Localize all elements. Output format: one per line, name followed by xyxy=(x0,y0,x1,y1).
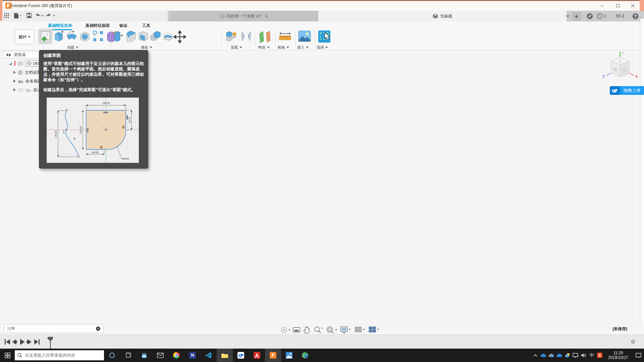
onedrive-cloud-icon[interactable] xyxy=(539,349,547,362)
browser-root-row[interactable]: (未保存) xyxy=(9,60,40,67)
comment-input[interactable]: 注释 + xyxy=(4,324,103,333)
redo-icon[interactable] xyxy=(46,13,55,18)
search-input[interactable] xyxy=(24,353,96,358)
extrude-button[interactable] xyxy=(54,30,64,44)
timeline-settings-gear-icon[interactable]: ⚙ xyxy=(631,339,635,345)
help-icon[interactable]: ? xyxy=(632,13,639,19)
app-vscode-icon[interactable] xyxy=(201,349,217,362)
display-settings-tool[interactable] xyxy=(340,326,352,334)
app-file-explorer-icon[interactable] xyxy=(217,349,233,362)
app-chrome-icon[interactable] xyxy=(168,349,184,362)
rectangular-pattern-button[interactable] xyxy=(93,30,104,43)
add-comment-icon[interactable]: + xyxy=(96,326,100,331)
group-insert[interactable]: 插入 xyxy=(297,45,309,50)
tab-my-first-assembly[interactable]: 我的第一个装配 v1* xyxy=(170,11,318,21)
start-button[interactable] xyxy=(0,349,15,362)
zoom-tool[interactable]: ± xyxy=(314,326,323,334)
browser-item-named-views[interactable]: 命名视图 xyxy=(13,77,42,85)
group-assemble[interactable]: 装配 xyxy=(231,45,242,50)
app-grid-icon[interactable] xyxy=(4,13,9,18)
tray-expand-icon[interactable] xyxy=(531,349,539,362)
task-view-button[interactable] xyxy=(120,349,136,362)
app-fusion360-icon[interactable]: F xyxy=(265,349,281,362)
app-mail-icon[interactable] xyxy=(152,349,168,362)
job-status-icon[interactable] xyxy=(586,13,593,19)
ribbon-tab-tools[interactable]: 工具 xyxy=(142,23,150,28)
new-component-button[interactable] xyxy=(225,30,238,44)
group-create[interactable]: 创建 xyxy=(67,45,78,50)
network-display-icon[interactable] xyxy=(572,349,580,362)
expand-triangle-icon[interactable] xyxy=(13,71,16,74)
undo-icon[interactable] xyxy=(35,13,44,18)
expand-triangle-icon[interactable] xyxy=(13,79,16,83)
cortana-button[interactable] xyxy=(104,349,120,362)
sweep-button[interactable] xyxy=(79,30,91,43)
cube-face-front[interactable]: 前 xyxy=(613,67,618,72)
notification-clock[interactable]: 1 xyxy=(596,13,607,19)
expand-triangle-icon[interactable] xyxy=(9,62,12,65)
app-red-a-icon[interactable] xyxy=(249,349,265,362)
save-icon[interactable] xyxy=(26,13,32,18)
fillet-button[interactable] xyxy=(125,30,137,43)
eye-icon[interactable] xyxy=(17,62,23,65)
weather-chat-icon[interactable] xyxy=(564,349,572,362)
user-account-button[interactable]: Sh Z xyxy=(616,14,624,18)
shell-button[interactable] xyxy=(138,30,149,43)
sogou-input-icon[interactable]: S xyxy=(596,349,604,362)
expand-triangle-icon[interactable] xyxy=(13,88,16,92)
ribbon-tab-sheetmetal[interactable]: 钣金 xyxy=(119,23,127,28)
root-document-button[interactable]: (未保存) xyxy=(25,60,40,67)
browser-item-document-settings[interactable]: 文档设置 xyxy=(13,69,41,76)
app-n-icon[interactable]: N xyxy=(184,349,201,362)
taskbar-clock[interactable]: 11:25 2019/10/27 xyxy=(605,351,631,360)
zoom-window-tool[interactable] xyxy=(326,326,337,334)
tab-untitled[interactable]: 无标题 xyxy=(318,11,567,21)
cube-face-right[interactable]: 右 xyxy=(623,67,627,72)
cloud-sync-icon[interactable] xyxy=(547,349,555,362)
drag-upload-badge[interactable]: 拖拽上传 xyxy=(610,86,644,95)
viewports-tool[interactable] xyxy=(368,326,380,334)
view-cube[interactable]: Y 上 前 右 Z X xyxy=(600,50,641,88)
group-construct[interactable]: 构造 xyxy=(258,45,270,50)
minimize-button[interactable] xyxy=(597,3,607,9)
construct-plane-button[interactable] xyxy=(258,30,272,44)
ime-indicator[interactable]: 中 xyxy=(588,349,596,362)
look-at-tool[interactable] xyxy=(292,326,301,334)
timeline-marker[interactable] xyxy=(47,337,53,349)
maximize-button[interactable] xyxy=(613,3,623,9)
app-browser-globe-icon[interactable] xyxy=(297,349,313,362)
browser-item-origin[interactable]: 原点 xyxy=(13,86,41,94)
close-button[interactable] xyxy=(628,3,638,9)
tab-close-icon[interactable] xyxy=(565,13,571,19)
app-store-icon[interactable] xyxy=(136,349,152,362)
orbit-tool[interactable] xyxy=(280,326,290,334)
joint-button[interactable] xyxy=(240,30,253,44)
volume-icon[interactable] xyxy=(580,349,588,362)
app-baidu-netdisk-icon[interactable] xyxy=(233,349,249,362)
app-photos-icon[interactable] xyxy=(281,349,297,362)
measure-button[interactable] xyxy=(278,30,292,44)
move-copy-button[interactable] xyxy=(173,30,186,44)
press-pull-button[interactable] xyxy=(114,30,124,44)
group-inspect[interactable]: 检验 xyxy=(278,45,289,50)
pan-tool[interactable] xyxy=(303,326,311,334)
create-sketch-button[interactable] xyxy=(40,30,52,43)
action-center-icon[interactable] xyxy=(633,349,644,362)
new-tab-button[interactable] xyxy=(572,12,581,21)
timeline-playback-controls[interactable] xyxy=(5,339,42,345)
insert-image-button[interactable] xyxy=(298,30,311,42)
workspace-dropdown[interactable]: 设计 xyxy=(15,29,34,44)
onedrive-cloud-icon-2[interactable] xyxy=(555,349,564,362)
grid-snap-tool[interactable] xyxy=(354,326,366,334)
group-select[interactable]: 选择 xyxy=(317,45,328,50)
revolve-button[interactable] xyxy=(66,30,78,43)
ribbon-tab-surface[interactable]: 基础特征曲面 xyxy=(86,23,110,28)
group-modify[interactable]: 修改 xyxy=(141,45,152,50)
combine-button[interactable] xyxy=(150,30,161,43)
eye-hidden-icon[interactable] xyxy=(18,88,23,92)
collapse-panel-icon[interactable] xyxy=(6,53,10,56)
taskbar-search[interactable] xyxy=(15,350,104,360)
tab-close-icon[interactable] xyxy=(264,13,269,19)
split-body-button[interactable] xyxy=(162,30,174,43)
file-menu-icon[interactable] xyxy=(13,13,22,19)
